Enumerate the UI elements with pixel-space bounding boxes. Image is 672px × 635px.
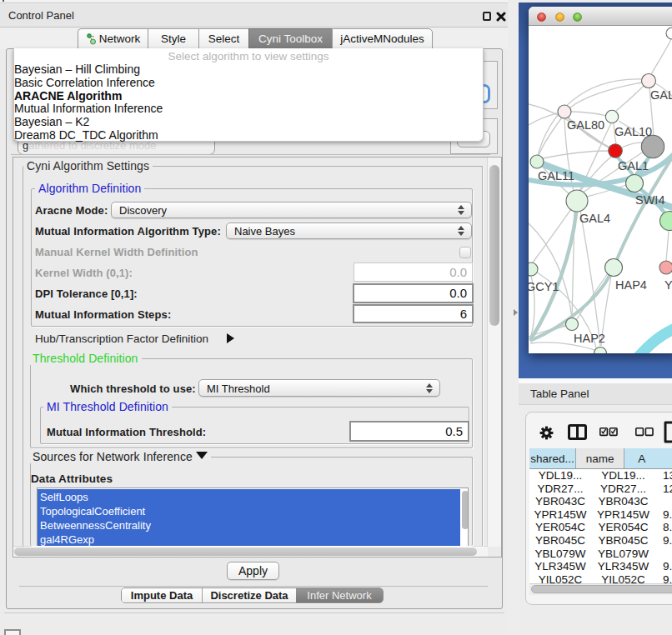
svg-text:GAL11: GAL11 [538, 169, 574, 182]
svg-text:GAL10: GAL10 [614, 125, 652, 138]
svg-text:HAP2: HAP2 [574, 332, 605, 345]
svg-text:GAL80: GAL80 [567, 118, 604, 132]
svg-text:GAL1: GAL1 [618, 159, 649, 172]
svg-text:HAP4: HAP4 [615, 278, 647, 292]
svg-text:GAL8: GAL8 [650, 88, 672, 102]
svg-text:GAL4: GAL4 [579, 212, 610, 225]
svg-text:GCY1: GCY1 [529, 280, 559, 293]
svg-text:SWI4: SWI4 [635, 193, 664, 207]
svg-text:Y: Y [664, 278, 672, 292]
